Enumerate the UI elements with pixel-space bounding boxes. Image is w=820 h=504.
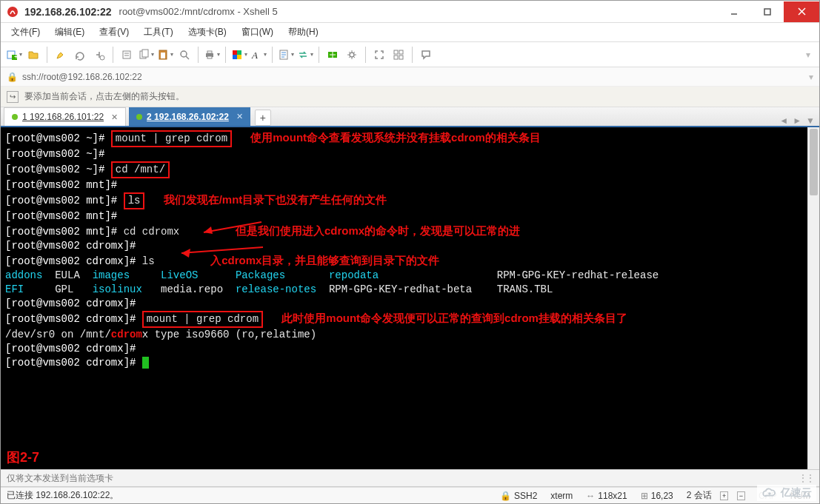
fullscreen-button[interactable]: [370, 46, 388, 64]
watermark-text: 亿速云: [781, 486, 812, 500]
minimize-button[interactable]: [717, 1, 750, 22]
tab-scroll-controls: ◄ ► ▼: [779, 115, 819, 126]
copy-button[interactable]: [137, 46, 155, 64]
address-bar[interactable]: 🔒 ssh://root@192.168.26.102:22 ▾: [1, 67, 819, 87]
tile-button[interactable]: [390, 46, 407, 64]
svg-line-17: [186, 56, 189, 59]
svg-rect-29: [394, 50, 398, 54]
svg-rect-24: [237, 55, 241, 59]
terminal-pane[interactable]: [root@vms002 ~]# mount | grep cdrom 使用mo…: [1, 127, 819, 469]
menu-tabs[interactable]: 选项卡(B): [181, 23, 234, 41]
send-input-bar[interactable]: 仅将文本发送到当前选项卡 ⋮⋮: [1, 469, 819, 487]
new-session-button[interactable]: +: [5, 46, 23, 64]
svg-rect-13: [142, 50, 148, 57]
find-button[interactable]: [176, 46, 193, 64]
watermark: 亿速云: [757, 485, 816, 501]
tab-strip: 1 192.168.26.101:22 ✕ 2 192.168.26.102:2…: [1, 107, 819, 127]
print-button[interactable]: [203, 46, 221, 64]
paste-button[interactable]: [156, 46, 174, 64]
font-button[interactable]: A: [250, 46, 267, 64]
disconnect-button[interactable]: [90, 46, 108, 64]
open-button[interactable]: [24, 46, 42, 64]
status-dot-icon: [136, 114, 142, 120]
menu-file[interactable]: 文件(F): [4, 23, 47, 41]
transfer-button[interactable]: [296, 46, 314, 64]
session-tab-2[interactable]: 2 192.168.26.102:22 ✕: [129, 107, 250, 126]
menu-tools[interactable]: 工具(T): [136, 23, 180, 41]
toolbar-separator: [412, 47, 413, 63]
menu-window[interactable]: 窗口(W): [234, 23, 281, 41]
status-protocol: 🔒SSH2: [500, 491, 537, 501]
chat-button[interactable]: [417, 46, 435, 64]
figure-label: 图2-7: [7, 451, 39, 465]
maximize-button[interactable]: [750, 1, 784, 22]
tab-label: 1 192.168.26.101:22: [22, 112, 104, 122]
svg-rect-22: [237, 50, 241, 55]
tab-scroll-right-icon[interactable]: ►: [793, 115, 801, 126]
window-controls: [717, 1, 819, 22]
svg-rect-31: [394, 56, 398, 59]
add-session-arrow-button[interactable]: ↪: [7, 91, 19, 103]
toolbar-separator: [225, 47, 226, 63]
toolbar-separator: [47, 47, 47, 63]
tab-scroll-left-icon[interactable]: ◄: [779, 115, 788, 126]
color-scheme-button[interactable]: [230, 46, 248, 64]
status-size: ↔118x21: [586, 491, 627, 501]
app-icon: [7, 6, 19, 18]
settings-button[interactable]: [343, 46, 361, 64]
svg-rect-2: [764, 9, 770, 15]
reconnect-button[interactable]: [71, 46, 89, 64]
status-cursor-pos: ⊞16,23: [641, 491, 673, 501]
properties-button[interactable]: [118, 46, 136, 64]
xftp-button[interactable]: [324, 46, 341, 64]
highlight-button[interactable]: [52, 46, 70, 64]
hint-text: 要添加当前会话，点击左侧的箭头按钮。: [24, 90, 184, 103]
menu-edit[interactable]: 编辑(E): [47, 23, 92, 41]
menu-help[interactable]: 帮助(H): [281, 23, 326, 41]
send-input-placeholder: 仅将文本发送到当前选项卡: [7, 472, 113, 485]
svg-rect-20: [207, 56, 212, 58]
address-url: ssh://root@192.168.26.102:22: [22, 72, 142, 82]
svg-text:A: A: [251, 50, 258, 61]
tab-close-icon[interactable]: ✕: [111, 112, 118, 122]
resize-grip-icon[interactable]: ⋮⋮: [799, 473, 813, 483]
toolbar-separator: [198, 47, 199, 63]
vertical-scrollbar[interactable]: [807, 127, 819, 469]
status-bar: 已连接 192.168.26.102:22。 🔒SSH2 xterm ↔118x…: [1, 487, 819, 503]
toolbar-separator: [319, 47, 319, 63]
add-tab-button[interactable]: +: [255, 110, 271, 126]
svg-rect-30: [399, 50, 403, 54]
status-sessions: 2 会话 + −: [687, 489, 745, 502]
address-overflow-icon[interactable]: ▾: [809, 72, 813, 82]
lock-icon: 🔒: [7, 72, 18, 82]
tab-label: 2 192.168.26.102:22: [147, 112, 229, 122]
toolbar-separator: [365, 47, 366, 63]
toolbar-overflow-icon[interactable]: ▾: [806, 50, 815, 60]
svg-rect-9: [123, 51, 130, 58]
tab-list-dropdown-icon[interactable]: ▼: [806, 115, 815, 126]
svg-point-37: [768, 492, 771, 495]
menu-view[interactable]: 查看(V): [92, 23, 136, 41]
window-host-title: 192.168.26.102:22: [24, 6, 112, 18]
window-session-title: root@vms002:/mnt/cdromx - Xshell 5: [119, 6, 278, 17]
svg-point-0: [7, 7, 18, 17]
hint-bar: ↪ 要添加当前会话，点击左侧的箭头按钮。: [1, 87, 819, 107]
status-connection: 已连接 192.168.26.102:22。: [7, 489, 119, 502]
scrollbar-thumb[interactable]: [810, 129, 818, 195]
session-tab-1[interactable]: 1 192.168.26.101:22 ✕: [4, 107, 126, 126]
svg-rect-19: [207, 51, 212, 53]
svg-text:+: +: [14, 53, 18, 61]
tab-close-icon[interactable]: ✕: [236, 112, 243, 121]
resize-icon: ↔: [586, 491, 595, 501]
status-terminal-type: xterm: [550, 491, 573, 501]
svg-point-28: [350, 53, 354, 57]
grid-icon: ⊞: [641, 491, 648, 501]
close-button[interactable]: [784, 1, 819, 22]
svg-rect-23: [233, 55, 237, 59]
toolbar-separator: [272, 47, 273, 63]
script-button[interactable]: [277, 46, 295, 64]
svg-rect-32: [399, 56, 403, 59]
lock-icon: 🔒: [500, 491, 511, 501]
toolbar-separator: [113, 47, 113, 63]
cloud-icon: [761, 488, 778, 498]
